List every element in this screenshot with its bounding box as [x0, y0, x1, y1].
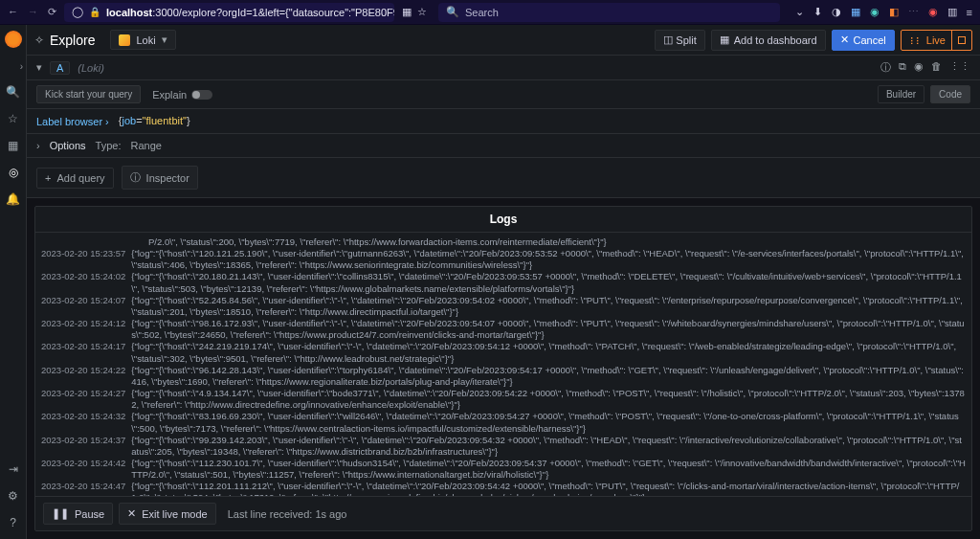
grafana-logo-icon[interactable] [5, 31, 22, 48]
log-timestamp: 2023-02-20 15:24:12 [41, 318, 125, 341]
log-timestamp: 2023-02-20 15:23:57 [41, 248, 125, 271]
log-line[interactable]: 2023-02-20 15:24:02{"log":"{\"host\":\"2… [41, 271, 966, 294]
shield-icon: ◯ [72, 6, 83, 18]
ext5-icon[interactable]: ◉ [928, 6, 938, 18]
nav-forward-icon[interactable]: → [28, 6, 38, 18]
log-line[interactable]: 2023-02-20 15:24:27{"log":"{\"host\":\"4… [41, 388, 966, 411]
profile-icon[interactable]: ⇥ [9, 462, 18, 476]
search-placeholder: Search [465, 7, 499, 18]
log-line[interactable]: 2023-02-20 15:24:37{"log":"{\"host\":\"9… [41, 435, 966, 458]
code-tab[interactable]: Code [930, 85, 970, 103]
log-message: {"log":"{\"host\":\"4.9.134.147\", \"use… [131, 388, 966, 411]
compass-icon: ✧ [34, 34, 44, 47]
log-line[interactable]: 2023-02-20 15:24:17{"log":"{\"host\":\"2… [41, 341, 966, 364]
dashboards-icon[interactable]: ▦ [8, 139, 18, 152]
query-disable-icon[interactable]: ◉ [914, 60, 924, 75]
account-icon[interactable]: ◑ [832, 6, 841, 18]
search-icon[interactable]: 🔍 [6, 85, 20, 99]
ext3-icon[interactable]: ◧ [889, 6, 899, 18]
inspector-button[interactable]: ⓘ Inspector [122, 166, 198, 190]
log-line[interactable]: 2023-02-20 15:24:22{"log":"{\"host\":\"9… [41, 365, 966, 388]
add-query-button[interactable]: + Add query [36, 168, 114, 189]
log-message: {"log":"{\"host\":\"20.180.21.143\", \"u… [131, 271, 966, 294]
plus-icon: + [45, 172, 51, 184]
logs-panel: Logs P/2.0\", \"status\":200, \"bytes\":… [34, 206, 972, 531]
toggle-switch[interactable] [191, 90, 212, 100]
ext2-icon[interactable]: ◉ [870, 6, 880, 18]
log-line[interactable]: 2023-02-20 15:23:57{"log":"{\"host\":\"1… [41, 248, 966, 271]
search-icon: 🔍 [446, 6, 459, 18]
query-editor: ▾ A (Loki) ⓘ ⧉ ◉ 🗑 ⋮⋮ Kick start your qu… [27, 56, 980, 198]
query-copy-icon[interactable]: ⧉ [899, 60, 906, 75]
nav-back-icon[interactable]: ← [8, 6, 18, 18]
live-stop-button[interactable] [951, 31, 971, 50]
query-options-row[interactable]: › Options Type: Range [27, 133, 980, 157]
log-message: {"log":"{\"host\":\"112.230.101.7\", \"u… [131, 458, 966, 481]
log-line[interactable]: 2023-02-20 15:24:07{"log":"{\"host\":\"5… [41, 295, 966, 318]
query-expression[interactable]: {job="fluentbit"} [119, 115, 190, 127]
ext6-icon[interactable]: ▥ [947, 6, 957, 18]
alerting-icon[interactable]: 🔔 [6, 192, 20, 206]
star-icon[interactable]: ☆ [8, 112, 18, 125]
log-line[interactable]: 2023-02-20 15:24:42{"log":"{\"host\":\"1… [41, 458, 966, 481]
log-message: {"log":"{\"host\":\"96.142.28.143\", \"u… [131, 365, 966, 388]
log-timestamp: 2023-02-20 15:24:07 [41, 295, 125, 318]
page-title: Explore [50, 33, 95, 48]
log-timestamp: 2023-02-20 15:24:32 [41, 411, 125, 434]
query-input-row: Label browser› {job="fluentbit"} [27, 108, 980, 133]
datasource-picker[interactable]: Loki ▾ [110, 30, 175, 50]
expand-icon[interactable]: › [20, 61, 23, 72]
options-type-label: Type: [96, 140, 122, 151]
url-bar[interactable]: ◯ 🔒 localhost:3000/explore?orgId=1&left=… [64, 3, 394, 22]
pocket-icon[interactable]: ⌄ [795, 6, 804, 18]
log-timestamp: 2023-02-20 15:24:27 [41, 388, 125, 411]
collapse-icon[interactable]: ▾ [36, 61, 42, 74]
logs-body[interactable]: P/2.0\", \"status\":200, \"bytes\":7719,… [35, 233, 971, 496]
query-drag-icon[interactable]: ⋮⋮ [949, 60, 970, 75]
log-line[interactable]: 2023-02-20 15:24:47{"log":"{\"host\":\"1… [41, 481, 966, 496]
add-to-dashboard-button[interactable]: ▦ Add to dashboard [711, 30, 826, 51]
log-timestamp: 2023-02-20 15:24:22 [41, 365, 125, 388]
split-button[interactable]: ◫ Split [655, 30, 704, 51]
browser-chrome: ← → ⟳ ◯ 🔒 localhost:3000/explore?orgId=1… [0, 0, 980, 25]
log-message: {"log":"{\"host\":\"112.201.111.212\", \… [131, 481, 966, 496]
config-icon[interactable]: ⚙ [8, 489, 18, 503]
options-type-value: Range [131, 140, 162, 151]
ext1-icon[interactable]: ▦ [851, 6, 860, 18]
explain-toggle[interactable]: Explain [152, 89, 212, 101]
browser-search[interactable]: 🔍 Search [438, 3, 780, 22]
log-message: {"log":"{\"host\":\"99.239.142.203\", \"… [131, 435, 966, 458]
logs-footer: ❚❚ Pause ✕ Exit live mode Last line rece… [35, 496, 971, 530]
log-timestamp: 2023-02-20 15:24:47 [41, 481, 125, 496]
cancel-icon: ✕ [840, 34, 849, 46]
label-browser-button[interactable]: Label browser› [36, 116, 109, 127]
hamburger-icon[interactable]: ≡ [967, 7, 972, 18]
kick-start-button[interactable]: Kick start your query [36, 85, 141, 103]
live-button[interactable]: ⫶⫶ Live [901, 30, 972, 51]
query-ref-id[interactable]: A [50, 61, 70, 75]
log-line[interactable]: 2023-02-20 15:24:32{"log":"{\"host\":\"8… [41, 411, 966, 434]
log-message: {"log":"{\"host\":\"83.196.69.230\", \"u… [131, 411, 966, 434]
nav-reload-icon[interactable]: ⟳ [48, 6, 56, 18]
reader-icon[interactable]: ▦ [402, 6, 412, 18]
app-sidebar: › 🔍 ☆ ▦ ◎ 🔔 ⇥ ⚙ ? [0, 25, 27, 539]
log-line[interactable]: 2023-02-20 15:24:12{"log":"{\"host\":\"9… [41, 318, 966, 341]
help-icon[interactable]: ? [10, 516, 16, 529]
cancel-button[interactable]: ✕ Cancel [832, 30, 895, 51]
builder-tab[interactable]: Builder [878, 85, 924, 103]
explore-icon[interactable]: ◎ [9, 166, 18, 179]
log-timestamp: 2023-02-20 15:24:17 [41, 341, 125, 364]
log-message: {"log":"{\"host\":\"120.121.25.190\", \"… [131, 248, 966, 271]
pause-button[interactable]: ❚❚ Pause [43, 503, 113, 525]
chevron-down-icon: ▾ [162, 34, 167, 46]
ext4-icon[interactable]: ⋯ [908, 6, 919, 18]
download-icon[interactable]: ⬇ [813, 6, 822, 18]
exit-live-button[interactable]: ✕ Exit live mode [119, 503, 215, 525]
star-icon[interactable]: ☆ [417, 6, 427, 18]
log-timestamp: 2023-02-20 15:24:42 [41, 458, 125, 481]
exit-icon: ✕ [127, 507, 136, 520]
query-delete-icon[interactable]: 🗑 [931, 60, 942, 75]
query-help-icon[interactable]: ⓘ [880, 60, 891, 75]
apps-icon: ▦ [720, 34, 729, 46]
lock-icon: 🔒 [89, 7, 100, 17]
